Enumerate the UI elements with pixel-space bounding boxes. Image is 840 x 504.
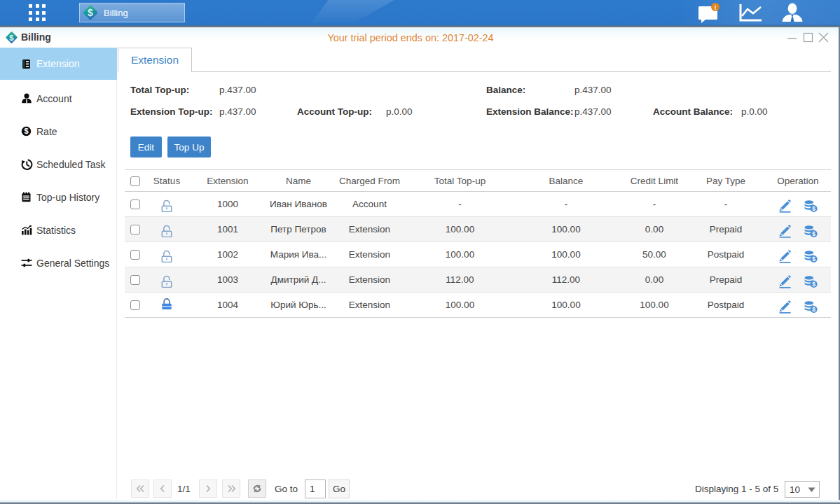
svg-text:$: $ xyxy=(812,205,815,212)
svg-text:$: $ xyxy=(812,255,815,262)
svg-text:$: $ xyxy=(812,281,815,288)
svg-text:$: $ xyxy=(812,306,815,313)
svg-text:$: $ xyxy=(24,127,28,135)
svg-text:!: ! xyxy=(715,4,717,11)
svg-text:$: $ xyxy=(812,230,815,237)
svg-text:$: $ xyxy=(88,7,93,18)
